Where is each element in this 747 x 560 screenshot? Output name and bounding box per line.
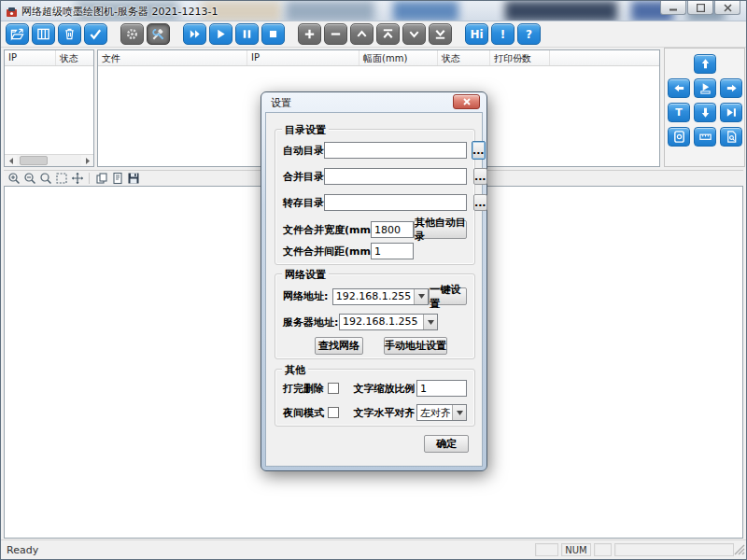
auto-dir-input[interactable] bbox=[324, 142, 467, 159]
ruler-button[interactable] bbox=[694, 127, 716, 147]
start-button[interactable] bbox=[209, 23, 233, 45]
print-preview-icon[interactable] bbox=[109, 171, 125, 185]
select-region-icon[interactable] bbox=[53, 171, 69, 185]
move-down-button[interactable] bbox=[402, 23, 426, 45]
zoom-in-icon[interactable] bbox=[6, 171, 21, 185]
scroll-left-icon[interactable] bbox=[5, 155, 17, 166]
text-align-combobox[interactable]: 左对齐 bbox=[416, 404, 467, 421]
frame-target-button[interactable] bbox=[668, 127, 690, 147]
text-scale-input[interactable] bbox=[416, 380, 467, 397]
dialog-close-button[interactable] bbox=[453, 94, 480, 109]
save-icon[interactable] bbox=[125, 171, 141, 185]
network-address-label: 网络地址: bbox=[283, 289, 332, 303]
toolbar-separator bbox=[89, 173, 90, 184]
scroll-right-icon[interactable] bbox=[81, 155, 93, 166]
client-list-hscrollbar[interactable] bbox=[5, 154, 93, 166]
delete-button[interactable] bbox=[58, 23, 81, 45]
server-address-label: 服务器地址: bbox=[283, 315, 339, 329]
settings-gear-button[interactable] bbox=[120, 23, 144, 45]
move-up-arrow-button[interactable] bbox=[694, 54, 716, 74]
fast-forward-button[interactable] bbox=[183, 23, 206, 45]
glass-blur-decoration bbox=[505, 1, 617, 21]
preview-measure-button[interactable] bbox=[694, 78, 716, 98]
move-down-arrow-button[interactable] bbox=[694, 103, 716, 122]
directory-settings-group: 目录设置 自动目录 ... 合并目录 ... 转存目录 ... 文件 bbox=[275, 129, 475, 265]
move-up-button[interactable] bbox=[350, 23, 374, 45]
transfer-dir-input[interactable] bbox=[324, 194, 467, 211]
ok-button[interactable]: 确定 bbox=[424, 435, 469, 453]
text-align-value: 左对齐 bbox=[417, 405, 452, 420]
remove-button[interactable] bbox=[324, 23, 347, 45]
move-left-arrow-button[interactable] bbox=[668, 78, 690, 98]
merge-dir-label: 合并目录 bbox=[283, 170, 324, 184]
merge-dir-input[interactable] bbox=[324, 168, 467, 185]
delete-after-print-checkbox[interactable] bbox=[328, 383, 339, 394]
glass-blur-decoration bbox=[393, 1, 458, 21]
column-header-ip[interactable]: IP bbox=[5, 50, 56, 65]
auto-dir-browse-button[interactable]: ... bbox=[472, 141, 486, 160]
column-header-filler bbox=[550, 50, 659, 65]
tools-settings-button[interactable] bbox=[147, 23, 170, 45]
server-address-value: 192.168.1.255 bbox=[340, 315, 423, 329]
columns-view-button[interactable] bbox=[32, 23, 55, 45]
transfer-dir-label: 转存目录 bbox=[283, 196, 324, 210]
move-to-bottom-button[interactable] bbox=[429, 23, 452, 45]
status-bar: Ready NUM bbox=[1, 539, 746, 559]
column-header-file[interactable]: 文件 bbox=[98, 50, 247, 65]
close-button[interactable] bbox=[714, 1, 740, 15]
settings-dialog: 设置 目录设置 自动目录 ... 合并目录 ... 转存目录 bbox=[261, 91, 487, 471]
pause-button[interactable] bbox=[235, 23, 259, 45]
network-settings-group: 网络设置 网络地址: 192.168.1.255 一键设置 服务器地址: 192… bbox=[275, 273, 475, 359]
maximize-button[interactable] bbox=[687, 1, 713, 15]
merge-dir-browse-button[interactable]: ... bbox=[473, 168, 487, 185]
add-button[interactable] bbox=[298, 23, 321, 45]
client-list-panel: IP 状态 bbox=[4, 49, 94, 167]
transfer-dir-browse-button[interactable]: ... bbox=[473, 194, 487, 211]
column-header-ip[interactable]: IP bbox=[247, 50, 359, 65]
pan-move-icon[interactable] bbox=[69, 171, 85, 185]
column-header-width[interactable]: 幅面(mm) bbox=[359, 50, 438, 65]
group-legend: 其他 bbox=[282, 363, 308, 377]
zoom-out-icon[interactable] bbox=[21, 171, 37, 185]
move-right-arrow-button[interactable] bbox=[720, 78, 742, 98]
text-tool-button[interactable]: T bbox=[668, 103, 690, 122]
group-legend: 目录设置 bbox=[282, 123, 329, 137]
move-to-top-button[interactable] bbox=[376, 23, 400, 45]
scroll-thumb[interactable] bbox=[20, 156, 48, 165]
status-pane bbox=[614, 543, 734, 556]
glass-blur-decoration bbox=[286, 1, 374, 21]
text-scale-label: 文字缩放比例 bbox=[354, 382, 416, 396]
document-preview-button[interactable] bbox=[720, 127, 742, 147]
move-to-end-button[interactable] bbox=[720, 103, 742, 122]
server-address-combobox[interactable]: 192.168.1.255 bbox=[339, 314, 438, 330]
dialog-body: 目录设置 自动目录 ... 合并目录 ... 转存目录 ... 文件 bbox=[265, 112, 483, 467]
help-button[interactable]: ? bbox=[517, 23, 541, 45]
auto-dir-label: 自动目录 bbox=[283, 144, 324, 158]
merge-width-input[interactable] bbox=[371, 221, 414, 238]
night-mode-label: 夜间模式 bbox=[283, 406, 328, 420]
open-file-button[interactable] bbox=[6, 23, 29, 45]
chevron-down-icon[interactable] bbox=[414, 289, 428, 304]
chevron-down-icon[interactable] bbox=[423, 315, 437, 329]
hi-button[interactable]: Hi bbox=[465, 23, 488, 45]
job-list-header: 文件 IP 幅面(mm) 状态 打印份数 bbox=[98, 50, 659, 66]
column-header-copies[interactable]: 打印份数 bbox=[490, 50, 550, 65]
other-auto-dir-button[interactable]: 其他自动目录 bbox=[414, 220, 467, 239]
minimize-button[interactable] bbox=[660, 1, 686, 15]
copy-pages-icon[interactable] bbox=[93, 171, 109, 185]
alert-button[interactable]: ! bbox=[491, 23, 514, 45]
manual-address-button[interactable]: 手动地址设置 bbox=[384, 337, 447, 355]
confirm-check-button[interactable] bbox=[84, 23, 107, 45]
zoom-reset-icon[interactable] bbox=[37, 171, 53, 185]
network-address-combobox[interactable]: 192.168.1.255 bbox=[332, 288, 429, 305]
stop-button[interactable] bbox=[261, 23, 285, 45]
merge-gap-input[interactable] bbox=[371, 243, 414, 259]
find-network-button[interactable]: 查找网络 bbox=[315, 337, 363, 355]
one-key-setup-button[interactable]: 一键设置 bbox=[429, 287, 467, 305]
column-header-status[interactable]: 状态 bbox=[56, 50, 93, 65]
resize-grip[interactable] bbox=[734, 544, 745, 558]
night-mode-checkbox[interactable] bbox=[328, 407, 339, 418]
other-settings-group: 其他 打完删除 文字缩放比例 夜间模式 文字水平对齐 左对齐 bbox=[275, 369, 475, 427]
column-header-status[interactable]: 状态 bbox=[438, 50, 490, 65]
chevron-down-icon[interactable] bbox=[452, 405, 466, 420]
